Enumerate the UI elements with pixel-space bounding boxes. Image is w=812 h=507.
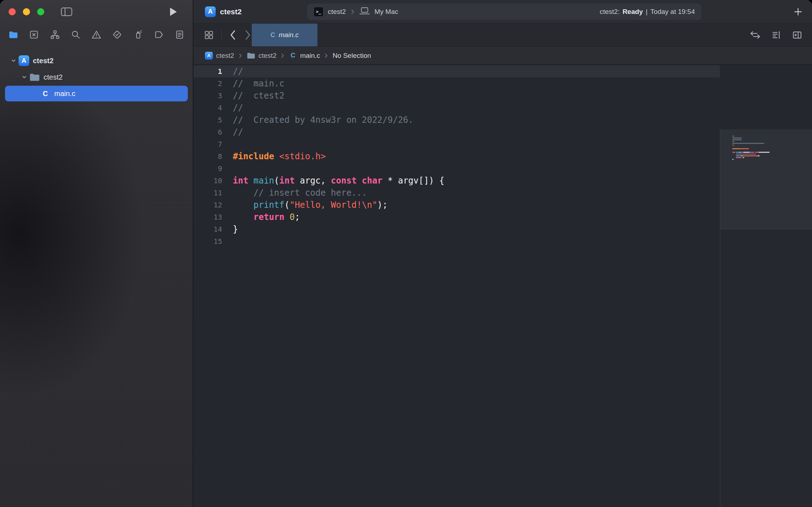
breadcrumb-item[interactable]: Cmain.c xyxy=(289,52,320,60)
code-line-8[interactable]: 8#include <stdio.h> xyxy=(194,150,720,162)
build-status: ctest2: Ready | Today at 19:54 xyxy=(600,8,695,16)
code-line-6[interactable]: 6// xyxy=(194,126,720,138)
c-file-icon: C xyxy=(289,52,297,59)
line-number[interactable]: 9 xyxy=(194,164,222,173)
file-tree-label: ctest2 xyxy=(33,57,54,65)
c-file-icon: C xyxy=(40,90,51,98)
disclosure-triangle-icon[interactable] xyxy=(9,58,19,64)
code-text: printf("Hello, World!\n"); xyxy=(222,200,388,210)
breadcrumb-item[interactable]: Actest2 xyxy=(205,52,234,60)
code-line-5[interactable]: 5// Created by 4nsw3r on 2022/9/26. xyxy=(194,114,720,126)
main-area: A ctest2 >_ ctest2 My Mac ctest2: xyxy=(194,0,812,507)
disclosure-triangle-icon[interactable] xyxy=(19,74,29,80)
minimap-line xyxy=(732,152,812,153)
line-number[interactable]: 11 xyxy=(194,189,222,197)
code-text: // main.c xyxy=(222,79,285,89)
tab-nav-controls xyxy=(194,24,252,46)
line-number[interactable]: 2 xyxy=(194,79,222,88)
folder-icon xyxy=(247,52,255,59)
close-button[interactable] xyxy=(9,8,16,15)
source-control-navigator-icon[interactable] xyxy=(26,27,41,42)
line-number[interactable]: 4 xyxy=(194,104,222,112)
breadcrumb-separator-icon xyxy=(324,53,328,59)
line-number[interactable]: 5 xyxy=(194,116,222,124)
code-line-2[interactable]: 2// main.c xyxy=(194,77,720,90)
xcode-project-icon: A xyxy=(19,55,29,66)
breadcrumb-item[interactable]: ctest2 xyxy=(247,52,277,60)
window-title: ctest2 xyxy=(220,7,242,16)
breadcrumb-item[interactable]: No Selection xyxy=(332,52,371,60)
report-navigator-icon[interactable] xyxy=(172,27,187,42)
file-tree-item-ctest2[interactable]: ctest2 xyxy=(5,69,188,85)
code-line-14[interactable]: 14} xyxy=(194,223,720,235)
minimize-button[interactable] xyxy=(23,8,30,15)
minimap-viewport[interactable] xyxy=(720,129,812,229)
issue-navigator-icon[interactable] xyxy=(89,27,104,42)
minimap-line xyxy=(732,161,812,162)
code-text: // xyxy=(222,127,243,137)
file-tree-item-ctest2[interactable]: Actest2 xyxy=(5,53,188,69)
file-tree-item-main.c[interactable]: Cmain.c xyxy=(5,86,188,101)
tab-label: main.c xyxy=(279,31,299,39)
minimap-line xyxy=(732,146,812,147)
code-line-9[interactable]: 9 xyxy=(194,162,720,175)
line-number[interactable]: 8 xyxy=(194,152,222,161)
tab-bar: Cmain.c xyxy=(194,24,812,47)
find-navigator-icon[interactable] xyxy=(68,27,83,42)
code-editor[interactable]: 1//2// main.c3// ctest24//5// Created by… xyxy=(194,65,720,507)
line-number[interactable]: 1 xyxy=(194,67,222,76)
code-text: // ctest2 xyxy=(222,91,285,101)
code-line-10[interactable]: 10int main(int argc, const char * argv[]… xyxy=(194,175,720,187)
line-number[interactable]: 13 xyxy=(194,213,222,221)
minimap-line xyxy=(732,143,812,144)
project-navigator-icon[interactable] xyxy=(6,27,21,42)
zoom-button[interactable] xyxy=(37,8,44,15)
scheme-name[interactable]: ctest2 xyxy=(328,8,346,16)
line-number[interactable]: 10 xyxy=(194,176,222,185)
add-editor-icon[interactable] xyxy=(792,30,803,40)
navigator-tab-bar xyxy=(0,24,193,46)
test-navigator-icon[interactable] xyxy=(110,27,125,42)
code-text: } xyxy=(222,224,238,234)
toggle-sidebar-icon[interactable] xyxy=(61,7,72,16)
symbol-navigator-icon[interactable] xyxy=(47,27,62,42)
related-items-grid-icon[interactable] xyxy=(204,30,214,40)
editor-actions xyxy=(750,24,812,46)
destination-name[interactable]: My Mac xyxy=(375,8,399,16)
line-number[interactable]: 7 xyxy=(194,140,222,149)
line-number[interactable]: 15 xyxy=(194,237,222,246)
back-button-icon[interactable] xyxy=(229,30,237,40)
code-text: #include <stdio.h> xyxy=(222,151,326,161)
breakpoint-navigator-icon[interactable] xyxy=(151,27,166,42)
code-line-4[interactable]: 4// xyxy=(194,102,720,114)
code-line-1[interactable]: 1// xyxy=(194,65,720,77)
code-line-3[interactable]: 3// ctest2 xyxy=(194,90,720,102)
destination-laptop-icon xyxy=(359,7,370,17)
adjust-editor-options-icon[interactable] xyxy=(771,30,782,40)
code-line-7[interactable]: 7 xyxy=(194,138,720,150)
code-line-12[interactable]: 12 printf("Hello, World!\n"); xyxy=(194,199,720,211)
debug-navigator-icon[interactable] xyxy=(131,27,146,42)
status-time: Today at 19:54 xyxy=(650,8,695,16)
minimap[interactable] xyxy=(720,129,812,507)
library-add-icon[interactable] xyxy=(793,7,803,16)
breadcrumb-separator-icon xyxy=(239,53,242,59)
minimap-line xyxy=(732,157,812,158)
code-review-icon[interactable] xyxy=(750,30,761,40)
line-number[interactable]: 14 xyxy=(194,225,222,234)
run-button[interactable] xyxy=(169,6,178,17)
code-line-13[interactable]: 13 return 0; xyxy=(194,211,720,223)
line-number[interactable]: 6 xyxy=(194,128,222,136)
code-line-11[interactable]: 11 // insert code here... xyxy=(194,187,720,199)
file-tree-label: ctest2 xyxy=(44,73,62,81)
line-number[interactable]: 3 xyxy=(194,91,222,100)
code-line-15[interactable]: 15 xyxy=(194,235,720,247)
minimap-line xyxy=(732,159,812,160)
editor-region: 1//2// main.c3// ctest24//5// Created by… xyxy=(194,65,812,507)
code-text: int main(int argc, const char * argv[]) … xyxy=(222,176,444,186)
line-number[interactable]: 12 xyxy=(194,201,222,209)
tab-main.c[interactable]: Cmain.c xyxy=(252,24,317,46)
scheme-selector[interactable]: >_ ctest2 My Mac xyxy=(314,7,398,17)
forward-button-icon[interactable] xyxy=(244,30,252,40)
minimap-line xyxy=(732,137,812,139)
